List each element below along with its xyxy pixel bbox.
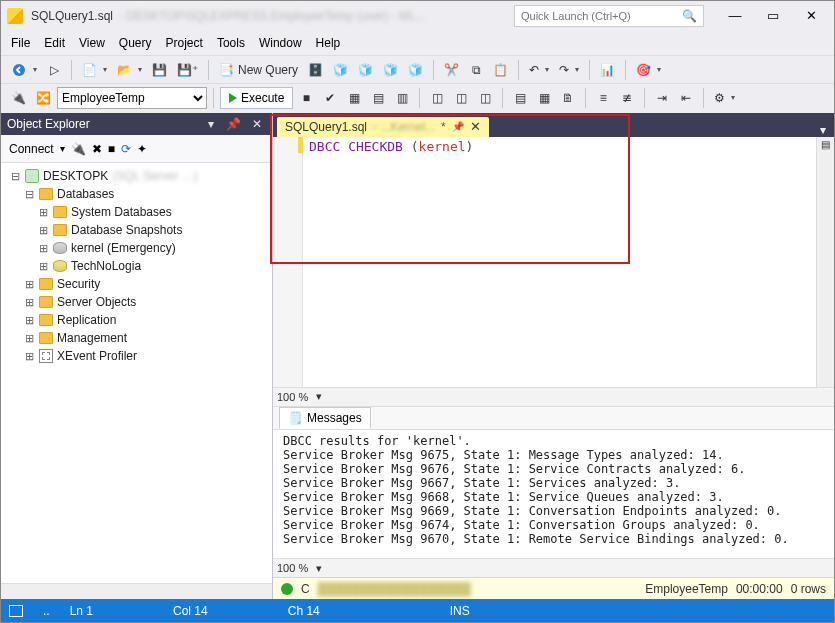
comment-icon[interactable]: ≡ [592,87,614,109]
menu-window[interactable]: Window [259,36,302,50]
databases-node[interactable]: Databases [57,187,114,201]
replication-node[interactable]: Replication [57,313,116,327]
stop-button[interactable]: ■ [295,87,317,109]
expander[interactable]: ⊞ [23,314,35,327]
server-node[interactable]: DESKTOPK [43,169,108,183]
zoom-dropdown-icon[interactable]: ▾ [316,562,322,575]
document-tab-active[interactable]: SQLQuery1.sql - ...Kernel... * 📌 ✕ [277,117,489,137]
refresh-icon[interactable]: ⟳ [121,142,131,156]
specify-values-icon[interactable]: ⚙ [710,87,739,109]
results-grid-icon[interactable]: ▦ [533,87,555,109]
filter-icon[interactable]: ✦ [137,142,147,156]
dmx-icon[interactable]: 🧊 [354,59,377,81]
indent-icon[interactable]: ⇥ [651,87,673,109]
menu-help[interactable]: Help [316,36,341,50]
activity-monitor-icon[interactable]: 📊 [596,59,619,81]
minimize-button[interactable]: — [718,4,752,28]
engine-query-icon[interactable]: 🗄️ [304,59,327,81]
xmla-icon[interactable]: 🧊 [379,59,402,81]
menu-file[interactable]: File [11,36,30,50]
parse-button[interactable]: ✔ [319,87,341,109]
uncomment-icon[interactable]: ≢ [616,87,638,109]
sql-editor[interactable]: DBCC CHECKDB (kernel) ▤ [273,137,834,387]
database-kernel-node[interactable]: kernel (Emergency) [71,241,176,255]
redo-button[interactable]: ↷ [555,59,583,81]
quick-launch-input[interactable] [521,10,678,22]
status-mode-icon[interactable] [9,605,23,617]
outdent-icon[interactable]: ⇤ [675,87,697,109]
system-databases-node[interactable]: System Databases [71,205,172,219]
paste-button[interactable]: 📋 [489,59,512,81]
estimated-plan-icon[interactable]: ▦ [343,87,365,109]
security-node[interactable]: Security [57,277,100,291]
intellisense-icon[interactable]: ▥ [391,87,413,109]
panel-pin-icon[interactable]: 📌 [222,117,245,131]
undo-button[interactable]: ↶ [525,59,553,81]
message-line: Service Broker Msg 9669, State 1: Conver… [283,504,824,518]
expander[interactable]: ⊞ [37,224,49,237]
expander[interactable]: ⊞ [37,206,49,219]
connect-plug-icon[interactable]: 🔌 [71,142,86,156]
server-objects-node[interactable]: Server Objects [57,295,136,309]
menu-tools[interactable]: Tools [217,36,245,50]
expander[interactable]: ⊞ [37,260,49,273]
disconnect-icon[interactable]: ✖ [92,142,102,156]
expander[interactable]: ⊟ [9,170,21,183]
stop-icon[interactable]: ■ [108,142,115,156]
change-connection-icon[interactable]: 🔀 [32,87,55,109]
expander[interactable]: ⊞ [23,350,35,363]
forward-button[interactable]: ▷ [43,59,65,81]
menu-query[interactable]: Query [119,36,152,50]
execute-button[interactable]: Execute [220,87,293,109]
maximize-button[interactable]: ▭ [756,4,790,28]
expander[interactable]: ⊟ [23,188,35,201]
quick-launch[interactable]: 🔍 [514,5,704,27]
tab-pin-icon[interactable]: 📌 [452,121,464,132]
split-icon[interactable]: ▤ [821,139,830,150]
expander[interactable]: ⊞ [23,296,35,309]
horizontal-scrollbar[interactable] [1,583,272,599]
results-text-icon[interactable]: ▤ [509,87,531,109]
database-snapshots-node[interactable]: Database Snapshots [71,223,182,237]
database-technologia-node[interactable]: TechNoLogia [71,259,141,273]
copy-button[interactable]: ⧉ [465,59,487,81]
dax-icon[interactable]: 🧊 [404,59,427,81]
registered-servers-icon[interactable]: 🎯 [632,59,665,81]
cut-button[interactable]: ✂️ [440,59,463,81]
back-button[interactable] [7,59,41,81]
expander[interactable]: ⊞ [23,332,35,345]
live-stats-icon[interactable]: ◫ [450,87,472,109]
menu-view[interactable]: View [79,36,105,50]
new-project-button[interactable]: 📄 [78,59,111,81]
expander[interactable]: ⊞ [23,278,35,291]
messages-tab[interactable]: 🗒️ Messages [279,407,371,429]
client-stats-icon[interactable]: ◫ [474,87,496,109]
save-button[interactable]: 💾 [148,59,171,81]
tab-overflow-icon[interactable]: ▾ [812,123,834,137]
tab-close-icon[interactable]: ✕ [470,119,481,134]
zoom-dropdown-icon[interactable]: ▾ [316,390,322,403]
connect-icon[interactable]: 🔌 [7,87,30,109]
vertical-scrollbar[interactable]: ▤ [816,137,834,387]
new-query-button[interactable]: 📑 New Query [215,59,302,81]
expander[interactable]: ⊞ [37,242,49,255]
messages-zoom[interactable]: 100 % [277,562,308,574]
mdx-icon[interactable]: 🧊 [329,59,352,81]
close-button[interactable]: ✕ [794,4,828,28]
code-area[interactable]: DBCC CHECKDB (kernel) [303,137,816,387]
object-explorer-tree[interactable]: ⊟DESKTOPK (SQL Server …) ⊟Databases ⊞Sys… [1,163,272,583]
messages-pane[interactable]: DBCC results for 'kernel'. Service Broke… [273,430,834,558]
menu-edit[interactable]: Edit [44,36,65,50]
save-all-button[interactable]: 💾⁺ [173,59,202,81]
management-node[interactable]: Management [57,331,127,345]
panel-dropdown-icon[interactable]: ▾ [204,117,218,131]
query-options-icon[interactable]: ▤ [367,87,389,109]
include-plan-icon[interactable]: ◫ [426,87,448,109]
xevent-profiler-node[interactable]: XEvent Profiler [57,349,137,363]
menu-project[interactable]: Project [166,36,203,50]
database-selector[interactable]: EmployeeTemp [57,87,207,109]
editor-zoom[interactable]: 100 % [277,391,308,403]
results-file-icon[interactable]: 🗎 [557,87,579,109]
panel-close-icon[interactable]: ✕ [248,117,266,131]
open-button[interactable]: 📂 [113,59,146,81]
